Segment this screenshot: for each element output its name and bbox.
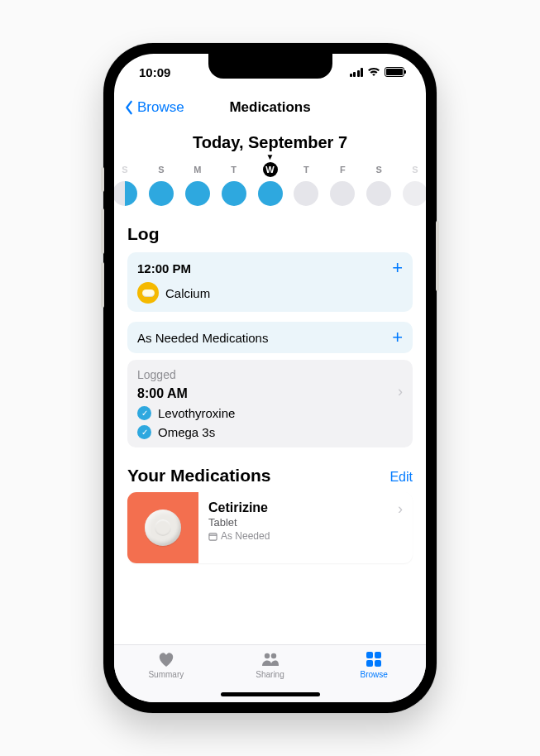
chevron-right-icon: › [398,500,403,518]
pill-icon [137,282,159,304]
tab-label: Summary [148,670,184,679]
svg-point-2 [264,653,269,658]
phone-frame: 10:09 Browse Medications Tod [103,43,437,713]
day-dot [185,181,210,206]
notch [208,54,332,79]
day-label: T [299,162,313,177]
round-pill-icon [145,510,181,546]
day-label: F [335,162,350,177]
day-dot [366,181,391,206]
volume-up-button [101,208,104,254]
as-needed-card[interactable]: As Needed Medications + [127,322,413,353]
medication-name: Cetirizine [208,500,270,515]
heart-icon [156,650,176,668]
medication-schedule: As Needed [208,530,270,542]
battery-icon [385,67,404,77]
home-indicator[interactable] [221,692,320,696]
week-day[interactable]: M [182,162,213,206]
week-day[interactable]: S [146,162,177,206]
svg-rect-0 [209,533,217,539]
status-right [350,67,405,77]
day-dot [330,181,355,206]
wifi-icon [367,67,380,77]
day-dot [403,181,426,206]
week-row[interactable]: S S M T W [114,162,426,206]
tab-summary[interactable]: Summary [114,650,218,702]
add-as-needed-button[interactable]: + [392,330,403,345]
tab-browse[interactable]: Browse [322,650,426,702]
calendar-icon [208,532,217,541]
day-dot [258,181,283,206]
medication-info-area: Cetirizine Tablet As Needed › [198,492,413,563]
day-label: S [154,162,169,177]
log-section-title: Log [127,224,413,244]
volume-down-button [101,262,104,308]
scheduled-med-name: Calcium [165,286,210,300]
medication-swatch [127,492,198,563]
nav-bar: Browse Medications [114,90,426,125]
day-label: S [117,162,132,177]
edit-button[interactable]: Edit [389,470,413,485]
day-label: S [408,162,423,177]
week-day[interactable]: W [255,162,286,206]
svg-rect-4 [366,652,373,658]
day-label: M [190,162,205,177]
as-needed-label: As Needed Medications [137,331,268,345]
status-time: 10:09 [139,65,170,79]
screen: 10:09 Browse Medications Tod [114,54,426,702]
day-label: T [227,162,241,177]
page-title: Medications [229,99,310,116]
week-day[interactable]: T [290,162,322,206]
logged-item: ✓ Levothyroxine [137,406,403,420]
logged-item-name: Omega 3s [158,425,215,439]
logged-item-name: Levothyroxine [158,406,235,420]
week-day[interactable]: S [114,162,141,206]
scheduled-med-row[interactable]: Calcium [137,282,403,304]
grid-icon [364,650,384,668]
week-day[interactable]: F [327,162,358,206]
power-button [436,221,439,291]
logged-card[interactable]: Logged 8:00 AM › ✓ Levothyroxine ✓ Omega… [127,360,413,447]
svg-rect-7 [375,660,381,667]
svg-rect-5 [375,652,381,658]
medication-card[interactable]: Cetirizine Tablet As Needed › [127,492,413,563]
people-icon [260,650,280,668]
tab-label: Browse [361,670,388,679]
logged-row-head: 8:00 AM › [137,381,403,401]
svg-rect-6 [366,660,373,667]
your-medications-title: Your Medications [127,466,270,486]
medication-schedule-label: As Needed [221,530,270,542]
day-dot [114,181,137,206]
day-label: S [371,162,386,177]
svg-point-3 [270,653,275,658]
day-dot [149,181,174,206]
week-day[interactable]: T [218,162,250,206]
scheduled-time: 12:00 PM [137,261,191,275]
chevron-right-icon: › [398,383,403,400]
date-caret-icon: ▼ [127,154,413,160]
day-dot [222,181,246,206]
your-medications-header: Your Medications Edit [127,466,413,486]
content: Today, September 7 ▼ S S M T [114,125,426,644]
add-dose-button[interactable]: + [392,261,403,275]
logged-heading: Logged [137,368,403,381]
chevron-left-icon [124,100,134,115]
date-heading: Today, September 7 [127,133,413,152]
logged-time: 8:00 AM [137,386,188,401]
day-dot [294,181,318,206]
week-day[interactable]: S [363,162,394,206]
cellular-icon [350,68,364,77]
back-button[interactable]: Browse [124,99,184,116]
as-needed-header: As Needed Medications + [137,330,403,345]
checkmark-icon: ✓ [137,425,151,439]
tab-label: Sharing [256,670,284,679]
logged-item: ✓ Omega 3s [137,425,403,439]
week-day[interactable]: S [399,162,426,206]
scheduled-dose-card[interactable]: 12:00 PM + Calcium [127,252,413,312]
mute-switch [101,167,104,192]
medication-form: Tablet [208,516,270,529]
day-label-current: W [263,162,278,177]
medication-info: Cetirizine Tablet As Needed [208,500,270,542]
checkmark-icon: ✓ [137,406,151,420]
scheduled-dose-header: 12:00 PM + [137,261,403,275]
